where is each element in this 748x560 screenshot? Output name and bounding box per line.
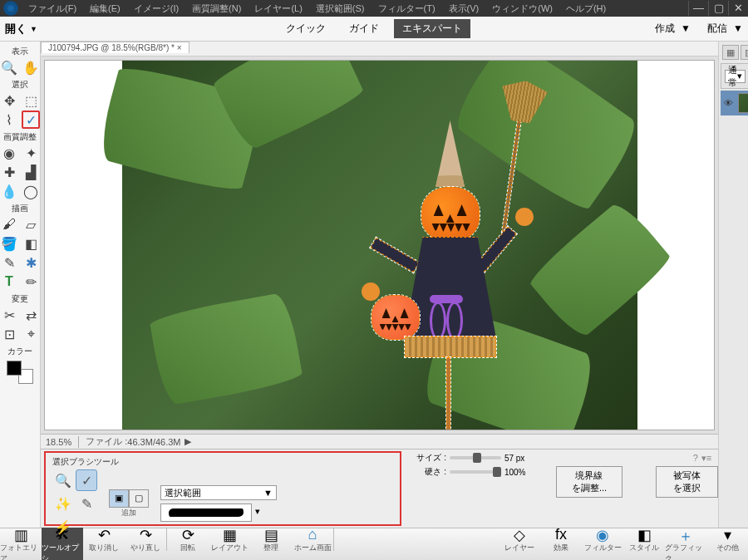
- selection-brush-tool-opt[interactable]: ✓: [76, 469, 97, 491]
- file-label: ファイル :: [86, 435, 127, 448]
- selection-brush-tool[interactable]: ✓: [22, 111, 40, 129]
- selection-mode-dropdown[interactable]: 選択範囲▼: [160, 485, 277, 500]
- recompose-tool[interactable]: ⇄: [22, 306, 40, 324]
- layers-panel: ▦ ▥ ◐ ▢ 🔒 🗑 通常▾ 不透明度 : 100%▾ 👁 背景 🔒: [718, 42, 748, 528]
- auto-select-tool-opt[interactable]: ⚡: [52, 516, 74, 538]
- hardness-label: 硬さ :: [413, 466, 446, 478]
- menu-edit[interactable]: 編集(E): [83, 1, 127, 17]
- tool-group-modify: 変更: [0, 293, 40, 305]
- panel-menu-icon[interactable]: ▾≡: [701, 453, 711, 464]
- brush-preview[interactable]: [160, 504, 252, 522]
- size-slider[interactable]: [450, 456, 501, 459]
- menu-enhance[interactable]: 画質調整(N): [185, 1, 248, 17]
- refine-brush-tool-opt[interactable]: ✎: [76, 493, 97, 514]
- app-icon: [3, 1, 18, 16]
- tool-group-view: 表示: [0, 46, 40, 57]
- tool-panel: 表示 🔍 ✋ 選択 ✥ ⬚ ⌇ ✓ 画質調整 ◉✦ ✚▟ 💧◯ 描画 🖌▱ 🪣◧…: [0, 42, 41, 528]
- menu-file[interactable]: ファイル(F): [22, 1, 83, 17]
- share-button[interactable]: 配信 ▼: [707, 22, 743, 36]
- move-tool[interactable]: ✥: [0, 91, 18, 110]
- taskbar-filters[interactable]: ◉フィルター: [582, 526, 623, 561]
- select-subject-button[interactable]: 被写体を選択: [656, 466, 718, 498]
- size-value: 57 px: [504, 454, 539, 463]
- eyedropper-tool[interactable]: ✎: [0, 253, 18, 272]
- open-button[interactable]: 開く: [5, 22, 27, 37]
- menu-window[interactable]: ウィンドウ(W): [485, 1, 559, 17]
- document-tab[interactable]: J100794.JPG @ 18.5%(RGB/8*) * ×: [41, 42, 189, 53]
- layer-row[interactable]: 👁 背景 🔒: [721, 91, 748, 115]
- window-maximize[interactable]: ▢: [708, 1, 728, 16]
- pencil-tool[interactable]: ✏: [22, 273, 40, 291]
- clone-tool[interactable]: ▟: [22, 163, 40, 181]
- straighten-tool[interactable]: ⊡: [0, 325, 18, 343]
- tool-group-select: 選択: [0, 79, 40, 91]
- file-size: 46.3M/46.3M: [127, 437, 180, 447]
- magic-wand-tool-opt[interactable]: ✨: [52, 493, 74, 514]
- help-icon[interactable]: ?: [693, 453, 698, 464]
- open-dropdown-icon[interactable]: ▼: [30, 25, 37, 33]
- status-bar: 18.5% ファイル : 46.3M/46.3M ▶: [41, 434, 718, 449]
- blend-mode-dropdown[interactable]: 通常▾: [725, 70, 746, 83]
- mode-guided[interactable]: ガイド: [341, 19, 387, 38]
- photo-image: [122, 60, 637, 430]
- spot-heal-tool[interactable]: ✚: [0, 163, 18, 181]
- size-label: サイズ :: [413, 452, 446, 464]
- zoom-tool[interactable]: 🔍: [0, 58, 18, 76]
- lasso-tool[interactable]: ⌇: [0, 111, 18, 129]
- taskbar-graphics[interactable]: ＋グラフィック: [665, 526, 706, 561]
- mode-quick[interactable]: クイック: [278, 19, 334, 38]
- menu-layer[interactable]: レイヤー(L): [248, 1, 308, 17]
- blur-tool[interactable]: 💧: [0, 182, 18, 200]
- hardness-slider[interactable]: [450, 470, 501, 474]
- redeye-tool[interactable]: ◉: [0, 144, 18, 162]
- quick-select-tool-opt[interactable]: 🔍: [52, 469, 74, 491]
- canvas[interactable]: [44, 60, 715, 430]
- brush-tool[interactable]: 🖌: [0, 215, 18, 233]
- taskbar-effects[interactable]: fx効果: [540, 526, 582, 561]
- layer-thumbnail: [738, 93, 748, 113]
- create-button[interactable]: 作成 ▼: [655, 22, 691, 36]
- text-tool[interactable]: T: [0, 273, 18, 291]
- hardness-value: 100%: [504, 468, 539, 477]
- sponge-tool[interactable]: ◯: [22, 182, 40, 200]
- crop-tool[interactable]: ✂: [0, 306, 18, 324]
- menu-image[interactable]: イメージ(I): [127, 1, 185, 17]
- mode-expert[interactable]: エキスパート: [394, 19, 470, 38]
- color-swatches[interactable]: [7, 361, 33, 384]
- hand-tool[interactable]: ✋: [22, 58, 40, 76]
- menu-bar: ファイル(F) 編集(E) イメージ(I) 画質調整(N) レイヤー(L) 選択…: [0, 1, 613, 17]
- mode-add[interactable]: ▣: [109, 489, 129, 508]
- taskbar-photo-bin[interactable]: ▥フォトエリア: [0, 526, 42, 561]
- options-title: 選択ブラシツール: [52, 456, 393, 468]
- content-move-tool[interactable]: ⌖: [22, 325, 40, 343]
- menu-select[interactable]: 選択範囲(S): [309, 1, 372, 17]
- mode-label: 追加: [121, 508, 136, 518]
- taskbar-styles[interactable]: ◧スタイル: [623, 526, 665, 561]
- eraser-tool[interactable]: ▱: [22, 215, 40, 233]
- fill-tool[interactable]: 🪣: [0, 234, 18, 253]
- menu-view[interactable]: 表示(V): [442, 1, 486, 17]
- tool-group-enhance: 画質調整: [0, 131, 40, 143]
- tool-group-draw: 描画: [0, 203, 40, 214]
- refine-edge-button[interactable]: 境界線を調整...: [556, 466, 623, 498]
- menu-help[interactable]: ヘルプ(H): [559, 1, 613, 17]
- tool-group-color: カラー: [0, 346, 40, 357]
- shape-tool[interactable]: ✱: [22, 253, 40, 272]
- tool-options-panel: ?▾≡ 選択ブラシツール 🔍 ✓ ✨ ✎ ⚡: [41, 449, 718, 528]
- whiten-tool[interactable]: ✦: [22, 144, 40, 162]
- mode-subtract[interactable]: ▢: [129, 489, 149, 508]
- marquee-tool[interactable]: ⬚: [22, 91, 40, 110]
- menu-filter[interactable]: フィルター(T): [372, 1, 442, 17]
- taskbar-layers[interactable]: ◇レイヤー: [499, 526, 540, 561]
- zoom-level: 18.5%: [46, 437, 71, 447]
- window-minimize[interactable]: —: [688, 1, 708, 16]
- gradient-tool[interactable]: ◧: [22, 234, 40, 253]
- visibility-icon[interactable]: 👁: [724, 98, 733, 108]
- new-layer-icon[interactable]: ▦: [722, 45, 739, 60]
- window-close[interactable]: ✕: [728, 1, 748, 16]
- new-group-icon[interactable]: ▥: [741, 45, 748, 60]
- taskbar-more[interactable]: ▾その他: [706, 526, 748, 561]
